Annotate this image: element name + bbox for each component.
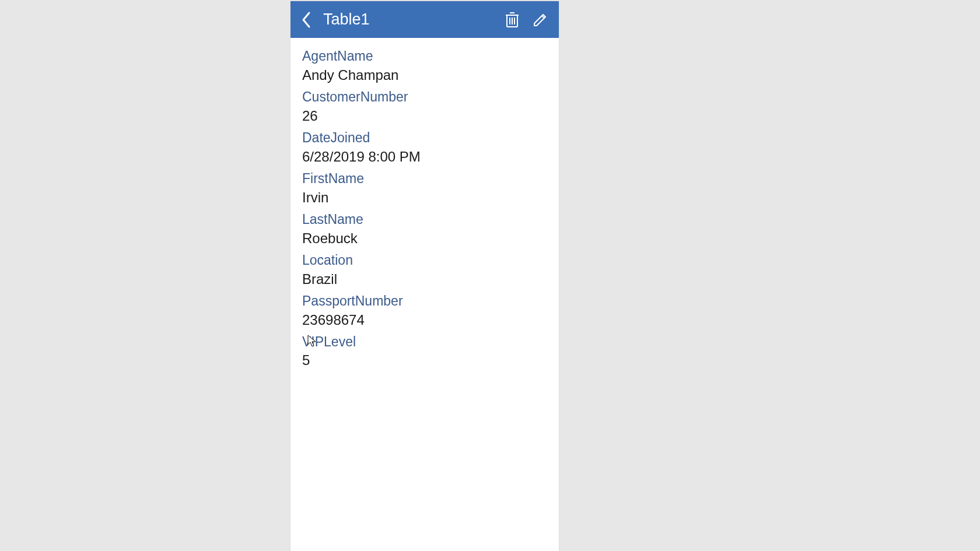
field-value: 23698674 xyxy=(302,311,547,329)
field-value: 6/28/2019 8:00 PM xyxy=(302,148,547,166)
field-agentname: AgentName Andy Champan xyxy=(302,48,547,85)
delete-button[interactable] xyxy=(498,6,526,34)
record-fields: AgentName Andy Champan CustomerNumber 26… xyxy=(290,38,559,380)
field-customernumber: CustomerNumber 26 xyxy=(302,89,547,125)
detail-screen: Table1 AgentName Andy Champan CustomerNu xyxy=(290,1,559,551)
back-button[interactable] xyxy=(295,8,318,31)
field-value: 26 xyxy=(302,107,547,125)
page-title: Table1 xyxy=(323,10,498,29)
field-lastname: LastName Roebuck xyxy=(302,212,547,248)
header-bar: Table1 xyxy=(290,1,559,38)
field-value: Andy Champan xyxy=(302,66,547,85)
field-value: Irvin xyxy=(302,188,547,207)
field-firstname: FirstName Irvin xyxy=(302,171,547,207)
field-label: Location xyxy=(302,252,547,269)
field-location: Location Brazil xyxy=(302,252,547,289)
edit-button[interactable] xyxy=(526,6,554,34)
field-value: 5 xyxy=(302,351,547,370)
field-label: PassportNumber xyxy=(302,293,547,310)
field-label: DateJoined xyxy=(302,130,547,146)
chevron-left-icon xyxy=(301,11,313,29)
field-value: Roebuck xyxy=(302,229,547,248)
field-viplevel: VIPLevel 5 xyxy=(302,334,547,370)
field-label: FirstName xyxy=(302,171,547,187)
field-datejoined: DateJoined 6/28/2019 8:00 PM xyxy=(302,130,547,166)
field-passportnumber: PassportNumber 23698674 xyxy=(302,293,547,329)
field-label: LastName xyxy=(302,212,547,228)
field-label: AgentName xyxy=(302,48,547,65)
field-label: CustomerNumber xyxy=(302,89,547,106)
field-value: Brazil xyxy=(302,270,547,289)
field-label: VIPLevel xyxy=(302,334,547,350)
trash-icon xyxy=(505,11,520,29)
pencil-icon xyxy=(532,12,548,28)
